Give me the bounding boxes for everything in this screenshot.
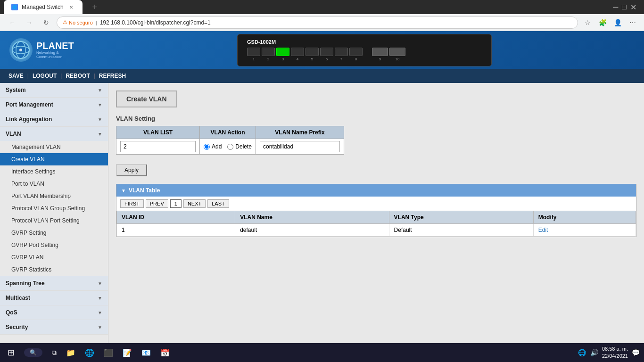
file-explorer-button[interactable]: 📁 [62,345,79,360]
current-page-button[interactable]: 1 [170,199,182,208]
sidebar-item-create-vlan[interactable]: Create VLAN [0,153,108,165]
port-9-label: 9 [379,57,381,61]
port-3-container: 3 [276,48,289,61]
save-button[interactable]: SAVE [8,71,25,81]
sidebar-header-qos[interactable]: QoS ▼ [0,305,108,320]
sidebar-header-vlan[interactable]: VLAN ▼ [0,127,108,141]
radio-add[interactable] [204,144,210,150]
port-7-label: 7 [340,57,342,61]
vlan-name-prefix-input[interactable] [260,141,340,152]
port-3 [276,48,289,56]
col-vlan-id: VLAN ID [117,211,235,224]
sidebar-item-protocol-vlan-group[interactable]: Protocol VLAN Group Setting [0,202,108,214]
menu-button[interactable]: ⋯ [627,17,638,28]
volume-icon[interactable]: 🔊 [590,348,599,357]
refresh-button[interactable]: REFRESH [98,71,127,81]
start-button[interactable]: ⊞ [4,345,18,360]
address-input[interactable]: ⚠ No seguro | 192.168.0.100/cgi-bin/disp… [57,16,578,29]
sidebar-header-system[interactable]: System ▼ [0,83,108,97]
create-vlan-title-button[interactable]: Create VLAN [116,90,177,107]
sidebar-header-spanning-tree[interactable]: Spanning Tree ▼ [0,276,108,290]
radio-delete-text: Delete [235,143,252,150]
app-header: PLANET Networking & Communication GSD-10… [0,31,644,69]
sidebar-item-management-vlan[interactable]: Management VLAN [0,141,108,153]
th-vlan-list: VLAN LIST [116,126,200,139]
port-4-label: 4 [297,57,298,61]
word-button[interactable]: 📝 [119,345,136,360]
edge-button[interactable]: 🌐 [81,345,98,360]
vlan-name-prefix-cell [256,139,344,155]
apply-button[interactable]: Apply [116,164,147,176]
toolbar-divider-2: | [59,73,63,79]
th-vlan-name-prefix: VLAN Name Prefix [256,126,344,139]
notification-button[interactable]: 💬 [631,348,640,357]
sidebar-section-link-aggregation: Link Aggregation ▼ [0,112,108,127]
network-icon[interactable]: 🌐 [578,348,587,357]
extensions-button[interactable]: 🧩 [597,17,608,28]
terminal-button[interactable]: ⬛ [100,345,117,360]
radio-add-label[interactable]: Add [204,143,222,150]
device-display: GSD-1002M 1 2 3 [94,34,635,66]
new-tab-button[interactable]: + [88,0,101,14]
maximize-button[interactable]: □ [622,3,627,12]
profile-button[interactable]: 👤 [612,17,623,28]
sidebar-vlan-label: VLAN [6,131,21,137]
last-page-button[interactable]: LAST [207,199,229,208]
port-1 [247,48,260,56]
sidebar-header-multicast[interactable]: Multicast ▼ [0,291,108,305]
bookmark-button[interactable]: ☆ [582,17,593,28]
col-vlan-type: VLAN Type [389,211,533,224]
mail-button[interactable]: 📧 [138,345,155,360]
data-table-header-row: VLAN ID VLAN Name VLAN Type Modify [117,211,636,224]
sidebar-item-gvrp-port-setting[interactable]: GVRP Port Setting [0,239,108,251]
port-9-container: 9 [372,48,388,61]
section-collapse-arrow[interactable]: ▼ [121,188,126,193]
row-vlan-type: Default [389,224,533,237]
sidebar-section-spanning-tree: Spanning Tree ▼ [0,276,108,291]
port-4-container: 4 [291,48,304,61]
minimize-button[interactable]: ─ [613,3,618,12]
sidebar-header-link-aggregation[interactable]: Link Aggregation ▼ [0,112,108,126]
port-1-container: 1 [247,48,260,61]
vlan-table-header: ▼ VLAN Table [116,184,636,197]
col-vlan-name: VLAN Name [235,211,389,224]
radio-add-text: Add [212,143,222,150]
vlan-list-input[interactable] [120,141,196,152]
next-page-button[interactable]: NEXT [183,199,206,208]
first-page-button[interactable]: FIRST [120,199,144,208]
sidebar-link-aggregation-label: Link Aggregation [6,116,52,123]
sidebar-item-interface-settings[interactable]: Interface Settings [0,165,108,178]
vlan-setting-row: Add Delete [116,139,344,155]
search-taskbar-button[interactable]: 🔍 [20,345,46,360]
sidebar-multicast-chevron: ▼ [98,296,102,301]
row-vlan-id: 1 [117,224,235,237]
sidebar-qos-label: QoS [6,309,17,316]
browser-tab[interactable]: 🌐 Managed Switch ✕ [4,0,83,14]
radio-delete-label[interactable]: Delete [227,143,252,150]
toolbar-divider-3: | [93,73,96,79]
prev-page-button[interactable]: PREV [146,199,168,208]
back-button[interactable]: ← [6,16,19,29]
taskbar-time[interactable]: 08:58 a. m. 22/04/2021 [602,346,628,360]
sidebar-item-gvrp-vlan[interactable]: GVRP VLAN [0,251,108,263]
edit-link[interactable]: Edit [538,227,548,233]
forward-button[interactable]: → [23,16,36,29]
close-button[interactable]: ✕ [630,3,636,12]
sidebar-header-port-management[interactable]: Port Management ▼ [0,98,108,112]
reboot-button[interactable]: REBOOT [65,71,91,81]
sidebar-header-security[interactable]: Security ▼ [0,320,108,334]
sidebar-item-gvrp-statistics[interactable]: GVRP Statistics [0,263,108,276]
reload-button[interactable]: ↻ [40,16,53,29]
task-view-button[interactable]: ⧉ [48,345,60,360]
port-5-label: 5 [311,57,313,61]
sidebar-item-protocol-vlan-port[interactable]: Protocol VLAN Port Setting [0,214,108,227]
sidebar-item-port-vlan-membership[interactable]: Port VLAN Membership [0,190,108,202]
outlook-button[interactable]: 📅 [157,345,173,360]
radio-delete[interactable] [227,144,233,150]
sidebar-item-gvrp-setting[interactable]: GVRP Setting [0,227,108,239]
tab-close-button[interactable]: ✕ [67,3,75,11]
security-warning: ⚠ No seguro [63,19,93,25]
sidebar-item-port-to-vlan[interactable]: Port to VLAN [0,178,108,190]
logout-button[interactable]: LOGOUT [32,71,58,81]
row-modify: Edit [533,224,636,237]
